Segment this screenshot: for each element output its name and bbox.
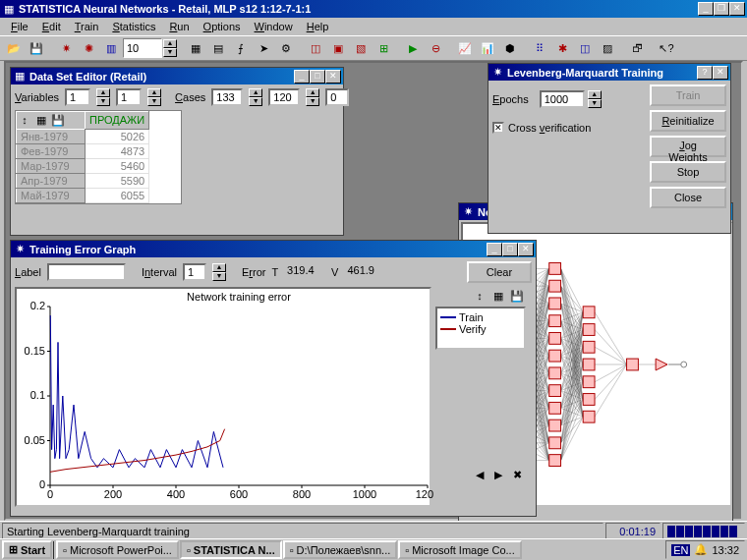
- c1-down[interactable]: ▼: [249, 97, 262, 106]
- tb-grid-icon[interactable]: ▦: [185, 37, 206, 59]
- menu-statistics[interactable]: Statistics: [105, 20, 162, 33]
- label-input[interactable]: [47, 263, 126, 281]
- c2-up[interactable]: ▲: [306, 88, 319, 97]
- tb-window-icon[interactable]: 🗗: [626, 37, 648, 59]
- nav-right-icon[interactable]: ▶: [489, 466, 507, 483]
- clear-button[interactable]: Clear: [467, 261, 532, 283]
- epochs-input[interactable]: [540, 90, 585, 108]
- tb-chart3-icon[interactable]: ⬢: [499, 37, 521, 59]
- cell[interactable]: 6055: [86, 188, 149, 202]
- nav-x-icon[interactable]: ✖: [508, 466, 526, 483]
- taskbar-task[interactable]: ▫Microsoft Image Co...: [398, 540, 521, 559]
- tb-scatter-icon[interactable]: ⠿: [529, 37, 550, 59]
- tb-red1-icon[interactable]: ◫: [305, 37, 326, 59]
- reinit-button[interactable]: Reinitialize: [650, 110, 726, 132]
- var2-input[interactable]: [116, 88, 142, 106]
- minimize-button[interactable]: _: [698, 2, 714, 16]
- var1-input[interactable]: [65, 88, 90, 106]
- c2-down[interactable]: ▼: [306, 97, 319, 106]
- case3-input[interactable]: [325, 88, 349, 106]
- ds-min-button[interactable]: _: [294, 70, 310, 84]
- tb-play-icon[interactable]: ▶: [402, 37, 424, 59]
- lang-indicator[interactable]: EN: [671, 544, 690, 556]
- row-header[interactable]: Апр-1979: [17, 173, 86, 188]
- grid-btn1-icon[interactable]: ↕: [17, 112, 33, 129]
- cv-checkbox[interactable]: ✕ Cross verification: [492, 122, 591, 134]
- tb-open-icon[interactable]: 📂: [3, 37, 25, 59]
- tb-tool-icon[interactable]: ⚙: [275, 37, 297, 59]
- jog-button[interactable]: Jog Weights: [650, 136, 726, 157]
- cell[interactable]: 5590: [86, 173, 149, 188]
- stop-button[interactable]: Stop: [650, 161, 726, 183]
- tb-tree-icon[interactable]: ⊞: [373, 37, 394, 59]
- row-header[interactable]: Мар-1979: [17, 158, 86, 173]
- tb-chart2-icon[interactable]: 📊: [477, 37, 498, 59]
- tb-net3-icon[interactable]: ▥: [100, 37, 122, 59]
- combo-down[interactable]: ▼: [163, 48, 177, 57]
- train-button[interactable]: Train: [650, 84, 726, 106]
- lm-close-button[interactable]: ✕: [713, 66, 728, 80]
- tb-arrow-icon[interactable]: ➤: [253, 37, 274, 59]
- c1-up[interactable]: ▲: [249, 88, 262, 97]
- menu-run[interactable]: Run: [162, 20, 196, 33]
- tb-red2-icon[interactable]: ▣: [327, 37, 349, 59]
- row-header[interactable]: Фев-1979: [17, 143, 86, 158]
- var2-up[interactable]: ▲: [147, 88, 161, 97]
- chart-tool3-icon[interactable]: 💾: [508, 287, 526, 305]
- chart-tool2-icon[interactable]: ▦: [489, 287, 507, 305]
- eg-min-button[interactable]: _: [487, 243, 502, 256]
- tb-plot2-icon[interactable]: ▨: [597, 37, 618, 59]
- toolbar-combo[interactable]: [123, 38, 162, 58]
- close-button[interactable]: ✕: [729, 2, 745, 16]
- combo-up[interactable]: ▲: [163, 39, 177, 48]
- case2-input[interactable]: [268, 88, 300, 106]
- grid-btn3-icon[interactable]: 💾: [50, 112, 67, 129]
- nav-left-icon[interactable]: ◀: [471, 466, 488, 483]
- grid-btn2-icon[interactable]: ▦: [33, 112, 50, 129]
- ep-up[interactable]: ▲: [588, 90, 602, 99]
- taskbar-task[interactable]: ▫Microsoft PowerPoi...: [56, 540, 179, 559]
- case1-input[interactable]: [211, 88, 243, 106]
- tb-help-icon[interactable]: ↖?: [656, 37, 677, 59]
- cell[interactable]: 4873: [86, 143, 149, 158]
- var1-up[interactable]: ▲: [96, 88, 110, 97]
- tb-net-icon[interactable]: ✱: [551, 37, 573, 59]
- lm-help-button[interactable]: ?: [697, 66, 713, 80]
- tb-chart1-icon[interactable]: 📈: [454, 37, 476, 59]
- menu-options[interactable]: Options: [197, 20, 248, 33]
- tb-save-icon[interactable]: 💾: [26, 37, 47, 59]
- int-down[interactable]: ▼: [212, 272, 226, 281]
- int-up[interactable]: ▲: [212, 263, 226, 272]
- chart-tool1-icon[interactable]: ↕: [471, 287, 488, 305]
- row-header[interactable]: Янв-1979: [17, 129, 86, 143]
- tb-func-icon[interactable]: ⨍: [230, 37, 252, 59]
- taskbar-task[interactable]: ▫STATISTICA N...: [180, 540, 282, 559]
- tb-plot-icon[interactable]: ◫: [574, 37, 596, 59]
- tb-grid2-icon[interactable]: ▤: [207, 37, 229, 59]
- menu-file[interactable]: File: [4, 20, 35, 33]
- col-header[interactable]: ПРОДАЖИ: [86, 112, 149, 130]
- eg-max-button[interactable]: □: [502, 243, 518, 256]
- start-button[interactable]: ⊞Start: [2, 540, 52, 559]
- tb-net2-icon[interactable]: ✺: [78, 37, 99, 59]
- ds-close-button[interactable]: ✕: [325, 70, 341, 84]
- taskbar-task[interactable]: ▫D:\Полежаев\snn...: [283, 540, 398, 559]
- menu-help[interactable]: Help: [300, 20, 336, 33]
- tray-icon[interactable]: 🔔: [694, 543, 708, 556]
- cell[interactable]: 5026: [86, 129, 149, 143]
- interval-input[interactable]: [183, 263, 206, 281]
- ep-down[interactable]: ▼: [588, 99, 602, 108]
- row-header[interactable]: Май-1979: [17, 188, 86, 202]
- tb-red3-icon[interactable]: ▧: [350, 37, 372, 59]
- menu-window[interactable]: Window: [248, 20, 300, 33]
- dlg-close-button[interactable]: Close: [650, 187, 726, 208]
- var2-down[interactable]: ▼: [147, 97, 161, 106]
- ds-max-button[interactable]: □: [310, 70, 325, 84]
- cell[interactable]: 5460: [86, 158, 149, 173]
- eg-close-button[interactable]: ✕: [518, 243, 534, 256]
- menu-train[interactable]: Train: [68, 20, 106, 33]
- var1-down[interactable]: ▼: [96, 97, 110, 106]
- tb-stop-icon[interactable]: ⊖: [425, 37, 446, 59]
- tb-net1-icon[interactable]: ✷: [55, 37, 77, 59]
- menu-edit[interactable]: Edit: [35, 20, 68, 33]
